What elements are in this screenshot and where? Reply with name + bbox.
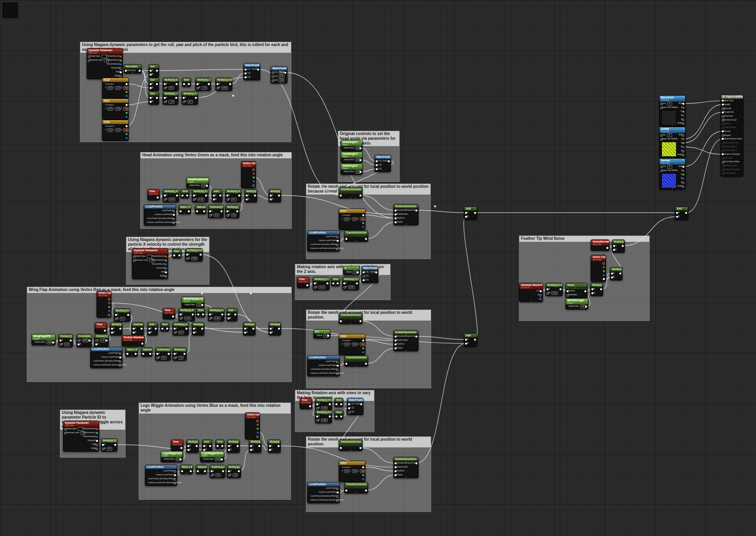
- node-header[interactable]: Multiply: [245, 189, 257, 193]
- input-pin[interactable]: [245, 72, 246, 74]
- node-tv28[interactable]: TransformVectorLocal Space to World Spac…: [344, 355, 368, 367]
- node-header[interactable]: Vertex ColorInput Data: [241, 161, 256, 167]
- output-pin[interactable]: [157, 197, 159, 198]
- output-pin[interactable]: [174, 470, 176, 473]
- expand-chevron-icon[interactable]: ⌄: [671, 156, 674, 158]
- node-diva[interactable]: Divide(,2)AB2.0: [58, 334, 73, 347]
- node-header[interactable]: NoiseSimplex - Texture Based: [566, 283, 587, 289]
- input-pin[interactable]: [228, 449, 230, 451]
- output-pin[interactable]: [682, 115, 684, 117]
- input-pin[interactable]: [250, 449, 252, 451]
- output-pin[interactable]: [96, 444, 98, 446]
- node-abs5[interactable]: Abs: [172, 249, 182, 258]
- output-pin[interactable]: [359, 147, 361, 149]
- input-pin[interactable]: [591, 288, 593, 290]
- output-pin[interactable]: [560, 288, 561, 290]
- input-pin[interactable]: [395, 210, 397, 211]
- output-pin[interactable]: [156, 70, 158, 72]
- output-pin[interactable]: [336, 248, 339, 250]
- node-c01[interactable]: 0.1Value0.1: [313, 329, 330, 339]
- output-pin[interactable]: [119, 67, 122, 70]
- node-header[interactable]: Multiply(,0.24): [163, 189, 179, 193]
- node-header[interactable]: Multiply(,-1): [196, 78, 211, 82]
- node-header[interactable]: MakeFloat3: [347, 398, 363, 402]
- output-pin[interactable]: [682, 174, 684, 176]
- input-pin[interactable]: [269, 445, 271, 447]
- output-pin[interactable]: [365, 490, 367, 491]
- node-mul2l[interactable]: Multiply(,2)AB2.0: [227, 465, 241, 478]
- output-pin[interactable]: [619, 273, 621, 274]
- output-pin[interactable]: [108, 310, 110, 312]
- node-header[interactable]: 0,0,1: [102, 99, 128, 103]
- node-header[interactable]: MakeFloat3: [244, 63, 260, 67]
- node-header[interactable]: Multiply(,0.1): [182, 92, 198, 96]
- input-pin[interactable]: [348, 403, 350, 405]
- node-header[interactable]: Multiply(,0.1): [226, 189, 241, 193]
- node-header[interactable]: Abs: [172, 249, 181, 253]
- value-field[interactable]: 0.0: [352, 217, 357, 221]
- node-sn9b[interactable]: Sine⌄: [334, 410, 343, 419]
- node-mf3b[interactable]: MakeFloat3X (S)0.0ResultY (S)0.0Z (S)0.0: [271, 66, 287, 83]
- node-header[interactable]: WingFlapSpeedParam: [182, 297, 204, 303]
- value-field[interactable]: 0: [667, 102, 672, 106]
- output-pin[interactable]: [126, 83, 128, 85]
- output-pin[interactable]: [359, 171, 361, 173]
- output-pin[interactable]: [359, 447, 361, 449]
- node-header[interactable]: BaseColorParam2D: [660, 96, 685, 102]
- output-pin[interactable]: [183, 353, 185, 355]
- output-pin[interactable]: [172, 315, 174, 317]
- expand-chevron-icon[interactable]: ⌄: [350, 322, 352, 324]
- node-m024h[interactable]: Multiply(,0.24)AB0.24: [163, 189, 179, 202]
- output-pin[interactable]: [362, 226, 364, 228]
- output-pin[interactable]: [205, 195, 207, 197]
- node-header[interactable]: Add: [227, 308, 237, 312]
- output-pin[interactable]: [362, 339, 364, 341]
- output-pin[interactable]: [278, 195, 280, 197]
- node-tv1c4[interactable]: TransformVectorLocal Space to World Spac…: [339, 187, 363, 198]
- node-header[interactable]: Add: [212, 189, 222, 193]
- output-pin[interactable]: [126, 104, 128, 106]
- output-pin[interactable]: [336, 499, 339, 502]
- node-texN[interactable]: NormalParam2DUVs0RGBApply View MipBiasRG…: [659, 158, 686, 189]
- input-pin[interactable]: [270, 332, 272, 334]
- output-pin[interactable]: [682, 166, 684, 168]
- value-field[interactable]: 0.24: [348, 286, 355, 289]
- node-mulh1[interactable]: MultiplyAB: [245, 189, 257, 202]
- node-header[interactable]: Subtract: [132, 323, 143, 326]
- node-mf3a[interactable]: MakeFloat3X (S)ResultY (S)Z (S): [243, 63, 260, 80]
- input-pin[interactable]: [395, 221, 397, 223]
- output-pin[interactable]: [362, 478, 364, 480]
- output-pin[interactable]: [540, 290, 542, 292]
- input-pin[interactable]: [181, 470, 183, 472]
- output-pin[interactable]: [119, 352, 121, 355]
- output-pin[interactable]: [682, 150, 684, 152]
- output-pin[interactable]: [253, 180, 255, 182]
- value-field[interactable]: [78, 427, 83, 431]
- output-pin[interactable]: [359, 159, 361, 161]
- output-pin[interactable]: [336, 369, 339, 371]
- node-header[interactable]: Multiply: [610, 267, 622, 271]
- node-header[interactable]: Sine: [161, 323, 169, 326]
- node-header[interactable]: Dynamic ParameterInput Data: [132, 249, 168, 254]
- output-pin[interactable]: [336, 244, 339, 246]
- node-header[interactable]: Multiply(,0.12): [179, 308, 195, 312]
- input-pin[interactable]: [180, 210, 182, 212]
- expand-chevron-icon[interactable]: ⌄: [405, 223, 407, 225]
- input-pin[interactable]: [161, 328, 163, 330]
- node-header[interactable]: HeadPositionStrengthParam: [187, 178, 209, 184]
- node-timeh[interactable]: TimeInput Data: [147, 189, 160, 200]
- node-m4[interactable]: Multiply(,4)AB4.0: [101, 438, 117, 452]
- input-pin[interactable]: [197, 313, 199, 315]
- node-vcf[interactable]: Vertex ColorInput Data: [591, 255, 606, 282]
- node-vcl[interactable]: Vertex ColorInput Data: [245, 412, 260, 440]
- input-pin[interactable]: [660, 138, 663, 141]
- input-pin[interactable]: [395, 336, 397, 338]
- node-header[interactable]: MakeFloat3: [271, 67, 287, 70]
- output-pin[interactable]: [190, 470, 192, 472]
- output-pin[interactable]: [238, 195, 240, 197]
- value-field[interactable]: 4.0: [107, 447, 112, 451]
- input-pin[interactable]: [613, 245, 615, 247]
- node-lwstr[interactable]: LegsWiggleStrengthParamDefault Value0.01…: [200, 451, 224, 462]
- output-pin[interactable]: [126, 95, 128, 97]
- output-pin[interactable]: [96, 440, 98, 442]
